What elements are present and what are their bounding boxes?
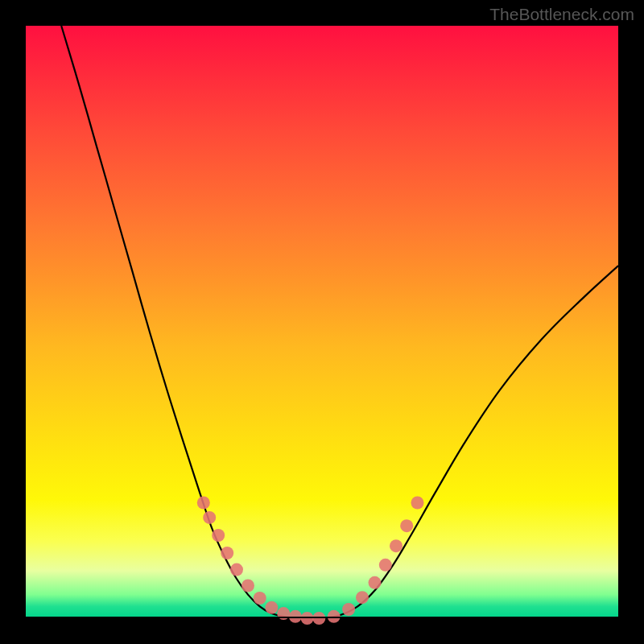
plot-bottom-border — [26, 617, 618, 618]
highlight-marker — [356, 591, 369, 604]
highlight-marker — [411, 497, 424, 510]
watermark-text: TheBottleneck.com — [489, 5, 634, 24]
chart-container: TheBottleneck.com — [0, 0, 644, 644]
highlight-marker — [212, 529, 225, 542]
highlight-marker — [242, 580, 254, 592]
highlight-markers — [197, 497, 424, 625]
highlight-marker — [203, 511, 216, 524]
highlight-marker — [230, 564, 243, 576]
bottleneck-curve — [61, 26, 618, 618]
highlight-marker — [254, 592, 266, 605]
highlight-marker — [221, 547, 233, 559]
highlight-marker — [301, 612, 314, 625]
highlight-marker — [312, 612, 325, 625]
highlight-marker — [400, 519, 413, 532]
highlight-marker — [197, 497, 210, 510]
highlight-marker — [390, 539, 402, 552]
highlight-marker — [369, 576, 382, 589]
highlight-marker — [379, 559, 392, 572]
highlight-marker — [342, 603, 355, 616]
highlight-marker — [265, 601, 278, 614]
chart-svg — [26, 26, 618, 618]
